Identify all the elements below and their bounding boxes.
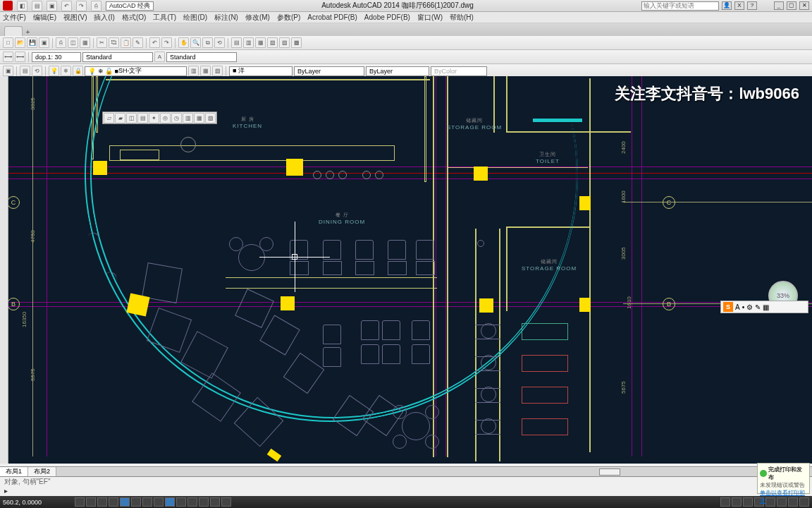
grid-toggle[interactable] xyxy=(86,497,96,507)
qat-save-icon[interactable]: ▣ xyxy=(47,1,57,11)
tpy-toggle[interactable] xyxy=(187,497,197,507)
ime-toolbar[interactable]: S A • ⚙ ✎ ▦ xyxy=(720,301,808,313)
dist-icon[interactable]: ▱ xyxy=(104,113,114,123)
menu-insert[interactable]: 插入(I) xyxy=(94,13,114,23)
sc-toggle[interactable] xyxy=(210,497,220,507)
ime-mode[interactable]: A xyxy=(735,303,740,311)
tool-pal-icon[interactable]: ▦ xyxy=(255,37,266,48)
color-combo[interactable]: ■ 洋 xyxy=(229,66,293,76)
tstyle-icon[interactable]: A xyxy=(154,52,165,62)
layer-un-icon[interactable]: ▧ xyxy=(212,66,223,76)
command-line[interactable]: 对象, 句柄"EF" ▸ xyxy=(0,476,812,496)
region-icon[interactable]: ◫ xyxy=(126,113,137,123)
redo-icon[interactable]: ↷ xyxy=(161,37,172,48)
lwt-toggle[interactable] xyxy=(176,497,186,507)
inquiry-toolbar[interactable]: ▱ ▰ ◫ ▤ ✦ ◎ ◷ ▥ ▦ ▧ xyxy=(102,111,217,124)
drawing-canvas[interactable]: 厨 房KITCHEN 储藏间STORAGE ROOM 卫生间TOILET 餐 厅… xyxy=(0,76,812,464)
h-scrollbar[interactable] xyxy=(56,468,812,476)
new-tab-button[interactable]: + xyxy=(23,28,34,36)
lineweight-combo[interactable]: ByLayer xyxy=(366,66,429,76)
qat-new-icon[interactable]: ◧ xyxy=(17,1,27,11)
status-icon[interactable]: ▥ xyxy=(183,113,193,123)
layer-state-icon[interactable]: ▥ xyxy=(188,66,199,76)
menu-tools[interactable]: 工具(T) xyxy=(153,13,176,23)
menu-acrobat[interactable]: Acrobat PDF(B) xyxy=(307,13,357,21)
menu-help[interactable]: 帮助(H) xyxy=(450,13,474,23)
menu-window[interactable]: 窗口(W) xyxy=(417,13,443,23)
anno-toggle[interactable] xyxy=(743,497,753,507)
notif-link[interactable]: 单击以查看打印和发 xyxy=(760,489,807,504)
maximize-button[interactable]: ▢ xyxy=(787,1,796,10)
open-icon[interactable]: 📂 xyxy=(15,37,25,48)
mass-icon[interactable]: ▧ xyxy=(205,113,216,123)
exchange-icon[interactable]: X xyxy=(734,1,744,10)
model-paper-toggle[interactable] xyxy=(720,497,730,507)
id-icon[interactable]: ✦ xyxy=(149,113,159,123)
ssm-icon[interactable]: ▧ xyxy=(267,37,278,48)
list-icon[interactable]: ▤ xyxy=(137,113,148,123)
pan-icon[interactable]: ✋ xyxy=(178,37,189,48)
left-toolbar[interactable] xyxy=(0,76,8,464)
setvar-icon[interactable]: ▦ xyxy=(194,113,204,123)
close-button[interactable]: ✕ xyxy=(799,1,809,10)
paste-icon[interactable]: 📋 xyxy=(121,37,131,48)
scrollbar-thumb[interactable] xyxy=(599,468,620,476)
help-icon[interactable]: ? xyxy=(747,1,757,10)
qat-print-icon[interactable]: ⎙ xyxy=(91,1,102,11)
time-icon[interactable]: ◷ xyxy=(171,113,182,123)
preview-icon[interactable]: ◫ xyxy=(68,37,78,48)
menu-dim[interactable]: 标注(N) xyxy=(214,13,238,23)
3dosnap-toggle[interactable] xyxy=(131,497,141,507)
signin-icon[interactable]: 👤 xyxy=(722,1,732,10)
layer-prev-icon[interactable]: ⟲ xyxy=(32,66,42,76)
acrobat-icon[interactable]: ▣ xyxy=(3,66,13,76)
qcalc-icon[interactable]: ▩ xyxy=(291,37,302,48)
menu-edit[interactable]: 编辑(E) xyxy=(33,13,56,23)
menu-draw[interactable]: 绘图(D) xyxy=(183,13,207,23)
layer-mgr-icon[interactable]: ▤ xyxy=(20,66,30,76)
ducs-toggle[interactable] xyxy=(154,497,164,507)
ortho-toggle[interactable] xyxy=(97,497,107,507)
scale-toggle[interactable] xyxy=(732,497,742,507)
undo-icon[interactable]: ↶ xyxy=(149,37,160,48)
am-toggle[interactable] xyxy=(221,497,231,507)
layer-combo[interactable]: 💡 ❄ 🔓 ■ SH-文字 xyxy=(85,66,187,76)
ime-btn[interactable]: ✎ xyxy=(755,303,761,311)
linetype-combo[interactable]: ByLayer xyxy=(294,66,364,76)
workspace-dropdown[interactable]: AutoCAD 经典 xyxy=(106,1,154,11)
ime-btn[interactable]: ▦ xyxy=(763,303,769,311)
zoom-rt-icon[interactable]: 🔍 xyxy=(190,37,201,48)
zoom-win-icon[interactable]: ⧉ xyxy=(202,37,213,48)
prop-icon[interactable]: ▤ xyxy=(231,37,242,48)
otrack-toggle[interactable] xyxy=(142,497,152,507)
dyn-toggle[interactable] xyxy=(165,497,175,507)
plot-icon[interactable]: ⎙ xyxy=(56,37,66,48)
qat-undo-icon[interactable]: ↶ xyxy=(61,1,72,11)
layer-o3-icon[interactable]: 🔒 xyxy=(73,66,83,76)
menu-adobe[interactable]: Adobe PDF(B) xyxy=(364,13,410,21)
menu-modify[interactable]: 修改(M) xyxy=(245,13,270,23)
command-prompt[interactable]: ▸ xyxy=(4,487,808,495)
dc-icon[interactable]: ▥ xyxy=(243,37,254,48)
new-icon[interactable]: □ xyxy=(3,37,13,48)
area-icon[interactable]: ▰ xyxy=(115,113,125,123)
qp-toggle[interactable] xyxy=(199,497,209,507)
cut-icon[interactable]: ✂ xyxy=(97,37,107,48)
minimize-button[interactable]: _ xyxy=(774,1,784,10)
match-icon[interactable]: ✎ xyxy=(133,37,143,48)
saveas-icon[interactable]: ▣ xyxy=(39,37,49,48)
layout-tab[interactable]: 布局1 xyxy=(0,467,28,476)
layer-iso-icon[interactable]: ▦ xyxy=(200,66,211,76)
text-style-combo[interactable]: Standard xyxy=(82,52,153,62)
dim-style-combo[interactable]: Standard xyxy=(166,52,237,62)
polar-toggle[interactable] xyxy=(109,497,118,507)
copy-icon[interactable]: ⿻ xyxy=(109,37,119,48)
osnap-toggle[interactable] xyxy=(120,497,130,507)
qat-open-icon[interactable]: ▤ xyxy=(32,1,42,11)
menu-view[interactable]: 视图(V) xyxy=(63,13,87,23)
publish-icon[interactable]: ▦ xyxy=(80,37,90,48)
dop-combo[interactable]: dop.1: 30 xyxy=(32,52,81,62)
zoom-prev-icon[interactable]: ⟲ xyxy=(214,37,225,48)
ime-btn[interactable]: • xyxy=(742,303,745,311)
menu-format[interactable]: 格式(O) xyxy=(122,13,146,23)
